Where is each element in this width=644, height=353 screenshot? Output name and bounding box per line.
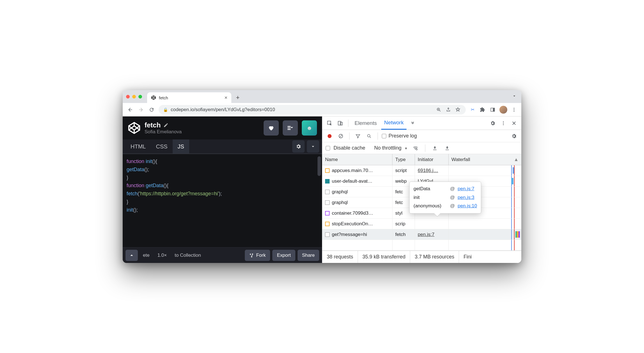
zoom-icon[interactable] [435,106,442,113]
to-collection-button[interactable]: to Collection [172,250,204,261]
inspect-icon[interactable] [325,119,334,128]
export-button[interactable]: Export [272,250,295,261]
codepen-header: fetch Sofia Emelianova ☻ [123,116,322,139]
svg-point-11 [503,124,504,125]
tab-css[interactable]: CSS [151,139,172,153]
svg-point-3 [514,108,515,109]
view-toggle-button[interactable] [283,120,298,136]
back-button[interactable] [127,106,134,113]
window-controls [126,95,142,98]
editor-settings-icon[interactable] [292,140,305,153]
network-settings-icon[interactable] [510,132,519,141]
editor-tabs: HTML CSS JS [123,139,322,154]
device-toggle-icon[interactable] [336,119,345,128]
tab-html[interactable]: HTML [125,139,151,153]
network-options: Disable cache No throttling ▼ [322,142,521,154]
devtools-menu-icon[interactable] [499,119,508,128]
codepen-panel: fetch Sofia Emelianova ☻ HTML CSS JS fun… [123,116,322,263]
console-toggle-button[interactable] [125,250,138,261]
tabs-dropdown-icon[interactable] [511,92,518,100]
svg-rect-8 [340,122,342,125]
initiator-tooltip: getData@pen.js:7init@pen.js:3(anonymous)… [409,182,481,214]
user-avatar[interactable]: ☻ [302,120,317,136]
svg-point-10 [503,123,504,123]
record-button[interactable] [325,132,334,141]
network-row[interactable]: get?message=hifetchpen.js:7 [322,229,521,240]
col-initiator[interactable]: Initiator [415,154,449,165]
sidepanel-icon[interactable] [489,106,496,113]
heart-button[interactable] [264,120,279,136]
zoom-level[interactable]: 1.0× [155,250,170,261]
status-transferred: 35.9 kB transferred [358,251,410,263]
more-tabs-icon[interactable] [408,119,417,128]
editor-collapse-icon[interactable] [307,140,319,153]
network-toolbar: Preserve log [322,130,521,142]
download-har-icon[interactable] [443,144,452,153]
col-name[interactable]: Name [322,154,392,165]
network-row[interactable]: stopExecutionOn…scrip [322,219,521,229]
address-bar[interactable]: 🔒 codepen.io/sofiayem/pen/LYdGvLg?editor… [159,105,466,114]
editor-scrollbar[interactable] [318,156,321,176]
devtools-settings-icon[interactable] [488,119,497,128]
status-requests: 38 requests [322,251,358,263]
tab-js[interactable]: JS [173,139,189,153]
content-split: fetch Sofia Emelianova ☻ HTML CSS JS fun… [123,116,521,263]
status-finish: Fini [459,251,476,263]
tab-network[interactable]: Network [381,116,407,130]
url-text: codepen.io/sofiayem/pen/LYdGvLg?editors=… [171,107,275,113]
svg-point-13 [367,134,370,137]
edit-icon[interactable] [163,123,168,128]
bookmark-icon[interactable] [455,106,461,113]
close-window[interactable] [126,95,130,98]
menu-icon[interactable] [511,106,517,113]
extensions-icon[interactable] [479,106,486,113]
network-table-header: Name Type Initiator Waterfall▲ [322,154,521,165]
network-table-body: appcues.main.70…script69186.j…user-defau… [322,165,521,251]
maximize-window[interactable] [138,95,142,98]
reload-button[interactable] [148,106,155,113]
disable-cache-checkbox[interactable] [326,146,330,150]
upload-har-icon[interactable] [430,144,439,153]
close-tab-icon[interactable]: × [224,95,227,101]
search-icon[interactable] [365,132,374,141]
share-icon[interactable] [445,106,452,113]
code-editor[interactable]: function init(){ getData();}function get… [123,154,322,247]
fork-button[interactable]: Fork [245,250,270,261]
preserve-log-label: Preserve log [389,133,417,139]
svg-rect-2 [493,108,495,111]
clear-button[interactable] [336,132,345,141]
codepen-icon [151,95,156,100]
scissors-icon[interactable]: ✂ [469,106,476,113]
profile-avatar[interactable] [499,106,507,114]
new-tab-button[interactable]: + [234,93,242,102]
col-type[interactable]: Type [392,154,415,165]
lock-icon: 🔒 [163,107,168,112]
browser-toolbar: 🔒 codepen.io/sofiayem/pen/LYdGvLg?editor… [123,103,521,116]
minimize-window[interactable] [132,95,136,98]
pen-author: Sofia Emelianova [145,129,260,135]
codepen-footer: ete 1.0× to Collection Fork Export Share [123,247,322,263]
browser-window: fetch × + 🔒 codepen.io/sofiayem/pen/LYdG… [123,90,521,263]
share-button[interactable]: Share [298,250,319,261]
svg-point-9 [503,121,504,122]
tab-strip: fetch × + [123,90,521,103]
devtools-close-icon[interactable] [510,119,519,128]
disable-cache-label: Disable cache [334,145,365,151]
forward-button[interactable] [137,106,145,113]
svg-rect-7 [338,121,341,125]
browser-tab[interactable]: fetch × [147,92,231,103]
col-waterfall[interactable]: Waterfall▲ [449,154,521,165]
svg-point-5 [514,111,515,111]
preserve-log-checkbox[interactable] [382,134,386,138]
devtools-panel: Elements Network Preserve log [322,116,521,263]
network-conditions-icon[interactable] [411,144,420,153]
network-row[interactable]: appcues.main.70…script69186.j… [322,165,521,176]
filter-icon[interactable] [353,132,362,141]
status-resources: 3.7 MB resources [410,251,459,263]
tab-title: fetch [159,95,168,100]
throttling-select[interactable]: No throttling ▼ [374,145,408,151]
delete-fragment[interactable]: ete [140,250,152,261]
tab-elements[interactable]: Elements [352,116,380,130]
svg-point-4 [514,109,515,110]
devtools-tabs: Elements Network [322,116,521,130]
